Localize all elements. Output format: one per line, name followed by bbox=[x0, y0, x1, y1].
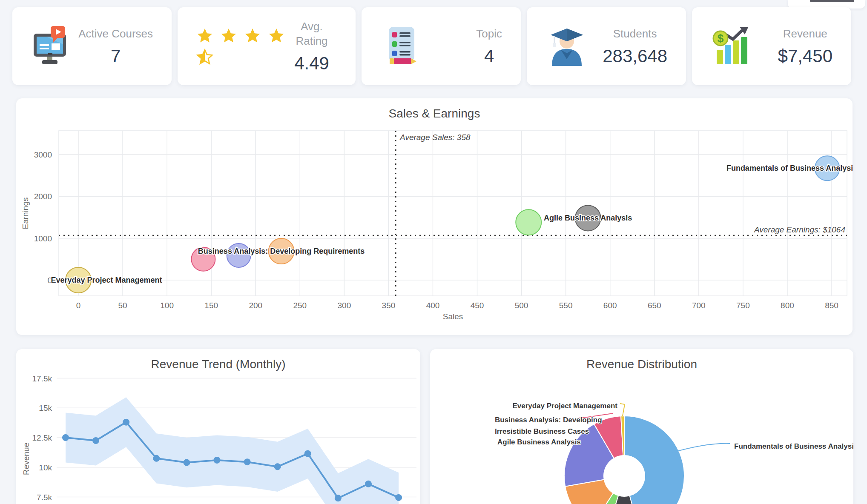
svg-text:200: 200 bbox=[249, 301, 262, 310]
svg-text:300: 300 bbox=[338, 301, 351, 310]
svg-text:250: 250 bbox=[293, 301, 307, 310]
stat-text: Revenue $7,450 bbox=[778, 26, 840, 66]
svg-text:2000: 2000 bbox=[34, 192, 52, 201]
star-icon bbox=[196, 27, 213, 44]
stat-text: Students 283,648 bbox=[603, 26, 675, 66]
svg-text:650: 650 bbox=[648, 301, 661, 310]
half-star-icon bbox=[196, 49, 213, 66]
stat-value: $7,450 bbox=[778, 46, 833, 66]
svg-text:7.5k: 7.5k bbox=[37, 493, 52, 502]
stat-text: Active Courses 7 bbox=[78, 26, 161, 66]
stat-card-revenue: $ Revenue $7,450 bbox=[692, 7, 851, 85]
svg-text:15k: 15k bbox=[39, 404, 52, 412]
svg-text:550: 550 bbox=[559, 301, 573, 310]
star-icon bbox=[244, 27, 261, 44]
svg-text:Everyday Project Management: Everyday Project Management bbox=[512, 402, 617, 410]
stat-label: Revenue bbox=[778, 26, 833, 41]
svg-text:Business Analysis: Developing: Business Analysis: Developing Requiremen… bbox=[198, 247, 365, 255]
svg-text:Average Earnings: $1064: Average Earnings: $1064 bbox=[754, 225, 845, 234]
svg-text:Business Analysis: DevelopingI: Business Analysis: DevelopingIrresistibl… bbox=[495, 416, 602, 435]
stat-card-students: Students 283,648 bbox=[527, 7, 686, 85]
graduate-icon bbox=[545, 24, 588, 69]
svg-text:150: 150 bbox=[204, 301, 218, 310]
svg-text:12.5k: 12.5k bbox=[32, 433, 52, 442]
stat-card-topic: Topic 4 bbox=[362, 7, 521, 85]
svg-text:600: 600 bbox=[603, 301, 617, 310]
svg-text:Everyday Project Management: Everyday Project Management bbox=[51, 276, 162, 284]
sales-earnings-card: Sales & Earnings 05010015020025030035040… bbox=[16, 98, 853, 335]
stat-label: Topic bbox=[476, 26, 502, 41]
svg-text:3000: 3000 bbox=[34, 150, 52, 159]
svg-text:100: 100 bbox=[160, 301, 174, 310]
svg-text:Fundamentals of Business Analy: Fundamentals of Business Analysis bbox=[726, 164, 853, 172]
stat-value: 4 bbox=[476, 46, 502, 66]
star-icon bbox=[268, 27, 285, 44]
svg-text:Sales: Sales bbox=[443, 312, 463, 321]
revenue-distribution-card: Revenue Distribution Everyday Project Ma… bbox=[430, 349, 853, 504]
svg-text:500: 500 bbox=[515, 301, 528, 310]
stat-value: 4.49 bbox=[287, 53, 337, 74]
revenue-distribution-chart[interactable]: Everyday Project ManagementBusiness Anal… bbox=[430, 349, 853, 504]
stat-text: Topic 4 bbox=[476, 26, 510, 66]
revenue-bars-icon: $ bbox=[711, 24, 753, 69]
sales-earnings-chart[interactable]: 0501001502002503003504004505005506006507… bbox=[16, 98, 853, 335]
svg-text:Earnings: Earnings bbox=[21, 198, 30, 229]
revenue-trend-card: Revenue Trend (Monthly) 7.5k10k12.5k15k1… bbox=[16, 349, 420, 504]
svg-text:Agile Business Analysis: Agile Business Analysis bbox=[544, 214, 632, 222]
svg-text:800: 800 bbox=[781, 301, 794, 310]
monitor-play-icon bbox=[31, 24, 74, 69]
stat-value: 7 bbox=[78, 46, 153, 66]
partial-dark-bar bbox=[810, 0, 854, 2]
stat-label: Avg. Rating bbox=[287, 19, 337, 48]
svg-text:850: 850 bbox=[825, 301, 838, 310]
svg-text:450: 450 bbox=[471, 301, 484, 310]
svg-text:350: 350 bbox=[382, 301, 396, 310]
svg-text:17.5k: 17.5k bbox=[32, 374, 52, 383]
svg-text:700: 700 bbox=[692, 301, 706, 310]
svg-text:0: 0 bbox=[76, 301, 81, 310]
star-icon bbox=[220, 27, 237, 44]
stat-label: Students bbox=[603, 26, 667, 41]
stat-card-avg-rating: Avg. Rating 4.49 bbox=[178, 7, 356, 85]
svg-text:Average Sales: 358: Average Sales: 358 bbox=[399, 133, 471, 142]
svg-text:50: 50 bbox=[118, 301, 127, 310]
svg-text:400: 400 bbox=[426, 301, 440, 310]
notepad-icon bbox=[380, 24, 423, 69]
star-rating-icon bbox=[196, 26, 287, 67]
svg-text:Fundamentals of Business Analy: Fundamentals of Business Analysis bbox=[734, 442, 853, 450]
stat-label: Active Courses bbox=[78, 26, 153, 41]
svg-text:1000: 1000 bbox=[34, 234, 52, 243]
stats-row: Active Courses 7 Avg. Rating 4.49 bbox=[12, 7, 851, 85]
stat-text: Avg. Rating 4.49 bbox=[287, 19, 345, 74]
stat-value: 283,648 bbox=[603, 46, 667, 66]
stat-card-active-courses: Active Courses 7 bbox=[12, 7, 172, 85]
course-dashboard: Active Courses 7 Avg. Rating 4.49 bbox=[0, 0, 867, 504]
svg-text:Agile Business Analysis: Agile Business Analysis bbox=[497, 438, 581, 446]
svg-text:750: 750 bbox=[736, 301, 750, 310]
svg-text:Revenue: Revenue bbox=[22, 443, 31, 475]
revenue-trend-chart[interactable]: 7.5k10k12.5k15k17.5kRevenue bbox=[16, 349, 420, 504]
svg-text:10k: 10k bbox=[39, 463, 52, 472]
svg-text:$: $ bbox=[718, 32, 724, 45]
